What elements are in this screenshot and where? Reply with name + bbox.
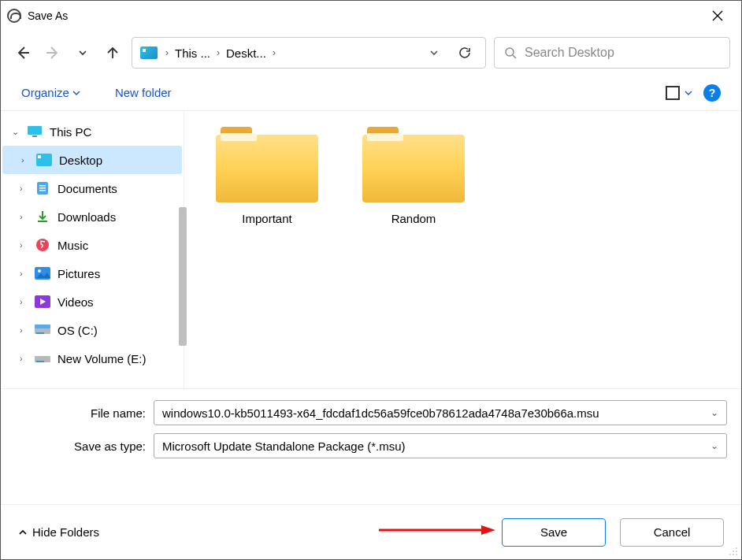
drive-icon	[34, 323, 51, 337]
tree-item-desktop[interactable]: › Desktop	[2, 146, 182, 174]
chevron-down-icon[interactable]: ⌄	[710, 440, 718, 451]
saveastype-value: Microsoft Update Standalone Package (*.m…	[162, 439, 406, 453]
svg-rect-15	[35, 325, 50, 328]
address-dropdown[interactable]	[421, 47, 447, 58]
svg-rect-4	[38, 155, 41, 158]
folder-icon	[362, 127, 465, 202]
breadcrumb-seg-1[interactable]: This ...	[172, 46, 213, 60]
download-icon	[34, 210, 51, 224]
tree-item-label: Downloads	[58, 210, 116, 224]
tree-item-label: Videos	[58, 295, 94, 309]
svg-point-20	[736, 547, 737, 549]
help-button[interactable]: ?	[703, 84, 721, 102]
saveastype-label: Save as type:	[15, 439, 154, 453]
tree-item-documents[interactable]: › Documents	[1, 174, 184, 202]
filename-input[interactable]: windows10.0-kb5011493-x64_fdcdaf1dc56a59…	[154, 400, 727, 425]
close-button[interactable]	[700, 3, 735, 28]
chevron-down-icon[interactable]: ⌄	[710, 407, 718, 418]
file-fields: File name: windows10.0-kb5011493-x64_fdc…	[1, 388, 741, 471]
cancel-button[interactable]: Cancel	[620, 518, 724, 547]
chevron-right-icon[interactable]: ›	[269, 47, 279, 58]
tree-item-videos[interactable]: › Videos	[1, 287, 184, 316]
folder-important[interactable]: Important	[208, 127, 326, 225]
body-area: ⌄ This PC › Desktop › Documents ›	[1, 111, 741, 388]
resize-grip[interactable]	[729, 547, 738, 556]
svg-rect-1	[28, 126, 42, 135]
monitor-icon	[26, 124, 43, 139]
svg-point-21	[736, 551, 737, 552]
chevron-right-icon[interactable]: ›	[20, 212, 31, 221]
videos-icon	[34, 295, 51, 309]
svg-rect-7	[39, 187, 46, 189]
tree-item-label: Desktop	[59, 154, 102, 167]
chevron-down-icon[interactable]: ⌄	[12, 127, 23, 137]
svg-rect-18	[36, 361, 44, 362]
dialog-title: Save As	[28, 9, 68, 22]
svg-point-22	[736, 554, 737, 555]
chevron-right-icon[interactable]: ›	[20, 269, 31, 278]
chevron-right-icon[interactable]: ›	[20, 240, 31, 250]
svg-point-25	[729, 554, 731, 555]
tree-item-label: New Volume (E:)	[58, 352, 147, 365]
chevron-right-icon[interactable]: ›	[162, 47, 172, 58]
dialog-footer: Hide Folders Save Cancel	[1, 504, 741, 559]
chevron-down-icon	[684, 89, 692, 97]
folder-random[interactable]: Random	[354, 127, 473, 225]
saveastype-select[interactable]: Microsoft Update Standalone Package (*.m…	[154, 433, 727, 458]
chevron-up-icon	[18, 528, 28, 537]
chevron-right-icon[interactable]: ›	[20, 184, 31, 193]
pictures-icon	[34, 266, 51, 280]
view-options[interactable]	[666, 86, 692, 100]
nav-row: › This ... › Deskt... › Search Desktop	[1, 31, 741, 75]
tree-item-pictures[interactable]: › Pictures	[1, 259, 184, 287]
scrollbar-thumb[interactable]	[179, 207, 187, 346]
back-button[interactable]	[12, 39, 34, 66]
svg-point-24	[733, 554, 734, 555]
chevron-right-icon[interactable]: ›	[20, 297, 31, 306]
chevron-right-icon[interactable]: ›	[20, 325, 31, 335]
search-placeholder: Search Desktop	[525, 46, 614, 60]
folder-icon	[216, 127, 318, 202]
forward-button[interactable]	[42, 39, 64, 66]
folder-content[interactable]: Important Random	[184, 111, 741, 388]
tree-item-music[interactable]: › Music	[1, 231, 184, 259]
desktop-icon	[35, 153, 53, 167]
chevron-right-icon[interactable]: ›	[213, 47, 223, 58]
chevron-right-icon[interactable]: ›	[20, 354, 31, 363]
up-button[interactable]	[102, 39, 124, 66]
document-icon	[34, 181, 51, 195]
hide-folders-label: Hide Folders	[32, 525, 99, 539]
recent-dropdown[interactable]	[72, 39, 94, 66]
filename-value: windows10.0-kb5011493-x64_fdcdaf1dc56a59…	[162, 406, 599, 420]
organize-label: Organize	[21, 86, 69, 99]
search-input[interactable]: Search Desktop	[494, 37, 730, 69]
location-icon	[140, 46, 158, 59]
title-bar: Save As	[1, 1, 741, 31]
tree-item-label: Documents	[58, 182, 117, 195]
refresh-button[interactable]	[447, 37, 482, 69]
folder-label: Important	[208, 212, 326, 225]
hide-folders-button[interactable]: Hide Folders	[18, 525, 99, 539]
svg-rect-2	[32, 135, 37, 137]
svg-rect-6	[39, 185, 46, 187]
breadcrumb-seg-2[interactable]: Deskt...	[223, 46, 269, 60]
new-folder-button[interactable]: New folder	[115, 86, 172, 99]
app-icon	[7, 9, 21, 23]
tree-root-this-pc[interactable]: ⌄ This PC	[1, 117, 184, 146]
organize-menu[interactable]: Organize	[21, 86, 80, 99]
nav-tree: ⌄ This PC › Desktop › Documents ›	[1, 111, 184, 388]
chevron-right-icon[interactable]: ›	[21, 155, 32, 165]
tree-item-downloads[interactable]: › Downloads	[1, 202, 184, 231]
tree-root-label: This PC	[50, 125, 91, 139]
tree-item-os-drive[interactable]: › OS (C:)	[1, 316, 184, 344]
save-button[interactable]: Save	[502, 518, 606, 547]
address-bar[interactable]: › This ... › Deskt... ›	[132, 37, 486, 69]
chevron-down-icon	[72, 89, 80, 97]
music-icon	[34, 238, 51, 252]
tree-item-new-volume[interactable]: › New Volume (E:)	[1, 344, 184, 373]
svg-point-23	[733, 551, 734, 552]
folder-label: Random	[354, 212, 473, 225]
svg-point-0	[506, 48, 514, 56]
svg-rect-16	[36, 332, 44, 334]
svg-rect-9	[38, 221, 47, 222]
